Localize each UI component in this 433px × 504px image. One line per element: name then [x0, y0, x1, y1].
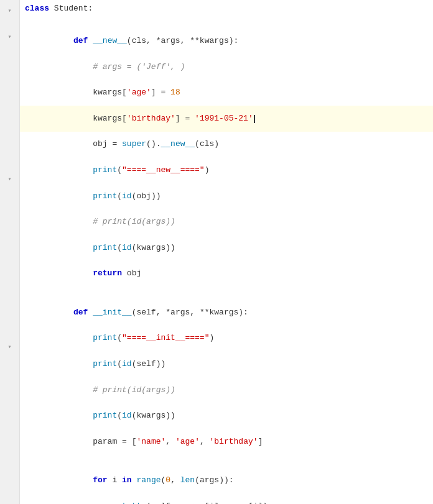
line-empty-2 [20, 287, 433, 300]
line-print-id-obj: print(id(obj)) [20, 183, 433, 209]
line-print-id-self: print(id(self)) [20, 352, 433, 378]
line-print-new: print("====__new__====") [20, 158, 433, 184]
arrow-2[interactable]: ▾ [7, 32, 11, 42]
arrow-4[interactable]: ▾ [7, 342, 11, 352]
line-empty-1 [20, 16, 433, 29]
line-print-id-kwargs: print(id(kwargs)) [20, 235, 433, 261]
line-setattr-param: setattr(self, param[i], args[i]) [20, 493, 433, 504]
line-comment-print-args: # print(id(args)) [20, 209, 433, 236]
line-comment-args: # args = ('Jeff', ) [20, 54, 433, 80]
line-kwargs-birthday: kwargs['birthday'] = '1991-05-21' [20, 106, 433, 132]
arrow-3[interactable]: ▾ [7, 175, 11, 185]
line-def-new: def __new__(cls, *args, **kwargs): [20, 29, 433, 55]
line-kwargs-age: kwargs['age'] = 18 [20, 80, 433, 106]
line-class: class Student: [20, 2, 433, 16]
line-def-init: def __init__(self, *args, **kwargs): [20, 300, 433, 326]
line-print-id-kwargs2: print(id(kwargs)) [20, 403, 433, 429]
line-obj-super: obj = super().__new__(cls) [20, 132, 433, 158]
line-comment-print-args2: # print(id(args)) [20, 377, 433, 403]
code-area: class Student: def __new__(cls, *args, *… [20, 0, 433, 504]
line-return-obj: return obj [20, 261, 433, 287]
gutter: ▾ ▾ ▾ ▾ [0, 0, 20, 504]
line-for-range: for i in range(0, len(args)): [20, 468, 433, 494]
line-print-init: print("====__init__====") [20, 326, 433, 352]
line-empty-3 [20, 455, 433, 468]
code-editor: ▾ ▾ ▾ ▾ [0, 0, 433, 504]
line-param-list: param = ['name', 'age', 'birthday'] [20, 429, 433, 455]
arrow-1[interactable]: ▾ [7, 6, 11, 16]
